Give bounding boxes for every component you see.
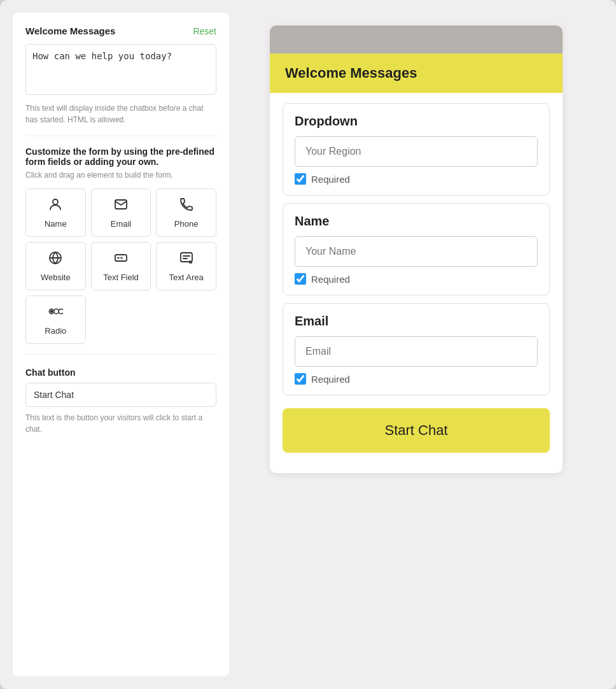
chat-preview: Welcome Messages Dropdown Required Name xyxy=(270,25,563,473)
textarea-icon xyxy=(179,250,194,269)
form-element-textarea-label: Text Area xyxy=(169,273,204,282)
svg-point-0 xyxy=(53,199,58,204)
svg-rect-4 xyxy=(181,253,192,262)
form-element-email-label: Email xyxy=(111,219,132,229)
left-panel-header: Welcome Messages Reset xyxy=(25,25,216,36)
reset-button[interactable]: Reset xyxy=(193,26,216,36)
left-panel-title: Welcome Messages xyxy=(25,25,115,36)
svg-point-8 xyxy=(59,309,64,314)
chat-field-email: Email Required xyxy=(283,303,550,395)
phone-icon xyxy=(179,197,194,215)
form-element-radio-label: Radio xyxy=(45,326,66,336)
main-container: Welcome Messages Reset How can we help y… xyxy=(0,0,616,689)
customize-hint: Click and drag an element to build the f… xyxy=(25,171,216,180)
start-chat-button[interactable]: Start Chat xyxy=(283,408,550,453)
form-element-phone-label: Phone xyxy=(174,219,199,229)
chat-field-dropdown-title: Dropdown xyxy=(295,114,538,129)
email-icon xyxy=(113,197,129,215)
form-elements-grid: Name Email Phone xyxy=(25,188,216,290)
form-element-name-label: Name xyxy=(45,219,67,229)
left-panel: Welcome Messages Reset How can we help y… xyxy=(13,13,229,676)
dropdown-input[interactable] xyxy=(295,136,538,167)
email-required-checkbox[interactable] xyxy=(295,373,306,385)
dropdown-required-label: Required xyxy=(311,174,350,185)
chat-button-hint: This text is the button your visitors wi… xyxy=(25,412,216,435)
name-required-row: Required xyxy=(295,273,538,285)
chat-welcome-text: Welcome Messages xyxy=(285,65,417,81)
name-required-label: Required xyxy=(311,274,350,285)
dropdown-required-row: Required xyxy=(295,173,538,185)
chat-field-name-title: Name xyxy=(295,214,538,229)
chat-preview-header xyxy=(270,25,563,53)
form-element-textfield[interactable]: Text Field xyxy=(91,242,151,290)
chat-welcome-banner: Welcome Messages xyxy=(270,53,563,93)
form-element-website-label: Website xyxy=(41,273,71,282)
form-element-website[interactable]: Website xyxy=(25,242,86,290)
svg-point-7 xyxy=(54,309,59,314)
form-elements-radio-row: Radio xyxy=(25,295,216,344)
divider-2 xyxy=(25,354,216,355)
email-required-row: Required xyxy=(295,373,538,385)
website-icon xyxy=(48,250,63,269)
divider xyxy=(25,136,216,136)
form-element-radio[interactable]: Radio xyxy=(25,295,86,344)
dropdown-required-checkbox[interactable] xyxy=(295,173,306,185)
form-element-email[interactable]: Email xyxy=(91,188,151,237)
chat-button-input[interactable] xyxy=(25,383,216,407)
chat-button-section: Chat button This text is the button your… xyxy=(25,367,216,435)
form-element-textarea[interactable]: Text Area xyxy=(156,242,216,290)
chat-button-title: Chat button xyxy=(25,367,216,378)
textfield-icon xyxy=(113,250,129,269)
right-panel: Welcome Messages Dropdown Required Name xyxy=(229,13,603,676)
form-element-name[interactable]: Name xyxy=(25,188,86,237)
welcome-textarea[interactable]: How can we help you today? xyxy=(25,44,216,95)
form-element-textfield-label: Text Field xyxy=(103,273,139,282)
name-input[interactable] xyxy=(295,236,538,267)
welcome-hint-text: This text will display inside the chatbo… xyxy=(25,103,216,125)
chat-field-email-title: Email xyxy=(295,314,538,329)
email-required-label: Required xyxy=(311,374,350,385)
chat-field-dropdown: Dropdown Required xyxy=(283,103,550,195)
email-input[interactable] xyxy=(295,336,538,367)
radio-icon xyxy=(48,304,63,322)
chat-field-name: Name Required xyxy=(283,203,550,295)
customize-title: Customize the form by using the pre-defi… xyxy=(25,146,216,167)
svg-point-6 xyxy=(50,310,53,313)
form-element-phone[interactable]: Phone xyxy=(156,188,216,237)
person-icon xyxy=(48,197,63,215)
name-required-checkbox[interactable] xyxy=(295,273,306,285)
chat-form-body: Dropdown Required Name Required xyxy=(270,93,563,473)
